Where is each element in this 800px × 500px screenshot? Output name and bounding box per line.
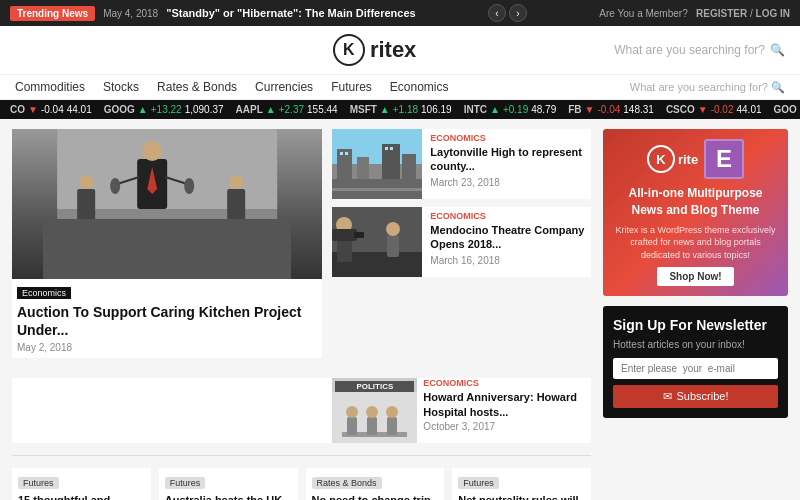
sidebar-ad: K rite E All-in-one Multipurpose News an… bbox=[603, 129, 788, 296]
small-card-0[interactable]: Futures 15 thoughtful and useful gifts f… bbox=[12, 468, 151, 500]
small-card-1[interactable]: Futures Australia beats the UK and US wi… bbox=[159, 468, 298, 500]
nav-stocks[interactable]: Stocks bbox=[103, 80, 139, 94]
sidebar: K rite E All-in-one Multipurpose News an… bbox=[603, 129, 788, 500]
ticker-goog: GOOG +13.22 1,090.37 bbox=[104, 104, 224, 115]
svg-rect-38 bbox=[367, 417, 377, 435]
top-bar-left: Trending News May 4, 2018 "Standby" or "… bbox=[10, 6, 416, 21]
svg-rect-25 bbox=[332, 188, 422, 191]
spacer bbox=[12, 378, 322, 443]
nav-futures[interactable]: Futures bbox=[331, 80, 372, 94]
politics-card-content: Economics Howard Anniversary: Howard Hos… bbox=[423, 378, 591, 443]
ticker-intc: INTC +0.19 48.79 bbox=[464, 104, 557, 115]
ticker-csco-arrow bbox=[698, 104, 708, 115]
next-btn[interactable]: › bbox=[509, 4, 527, 22]
trending-badge: Trending News bbox=[10, 6, 95, 21]
ticker-goo2: GOO bbox=[774, 104, 797, 115]
featured-main-image bbox=[12, 129, 322, 279]
top-bar: Trending News May 4, 2018 "Standby" or "… bbox=[0, 0, 800, 26]
small-card-2[interactable]: Rates & Bonds No need to change trip pla… bbox=[306, 468, 445, 500]
featured-card-2[interactable]: Economics Mendocino Theatre Company Open… bbox=[332, 207, 591, 277]
politics-card-tag: Economics bbox=[423, 378, 591, 388]
featured-card-1-image bbox=[332, 129, 422, 199]
search-icon[interactable]: 🔍 bbox=[770, 43, 785, 57]
featured-area: Economics Auction To Support Caring Kitc… bbox=[12, 129, 591, 358]
newsletter-btn-icon: ✉ bbox=[663, 390, 672, 403]
svg-rect-13 bbox=[57, 249, 277, 279]
top-bar-date: May 4, 2018 bbox=[103, 8, 158, 19]
logo-name: ritex bbox=[370, 37, 416, 63]
ticker-bar: CO -0.04 44.01 GOOG +13.22 1,090.37 AAPL… bbox=[0, 100, 800, 119]
ticker-msft: MSFT +1.18 106.19 bbox=[350, 104, 452, 115]
featured-main-article[interactable]: Economics Auction To Support Caring Kitc… bbox=[12, 129, 322, 358]
politics-banner: POLITICS bbox=[335, 381, 414, 392]
ad-logo-circle: K bbox=[647, 145, 675, 173]
small-card-3[interactable]: Futures Net neutrality rules will end Ju… bbox=[452, 468, 591, 500]
ticker-co-arrow bbox=[28, 104, 38, 115]
featured-main-title: Auction To Support Caring Kitchen Projec… bbox=[17, 303, 317, 339]
small-card-3-tag: Futures bbox=[458, 477, 499, 489]
header-search[interactable]: What are you searching for? 🔍 bbox=[614, 43, 785, 57]
svg-point-12 bbox=[229, 175, 243, 189]
ticker-co: CO -0.04 44.01 bbox=[10, 104, 92, 115]
ad-shop-button[interactable]: Shop Now! bbox=[657, 267, 733, 286]
svg-rect-21 bbox=[345, 152, 348, 155]
featured-main-date: May 2, 2018 bbox=[17, 342, 317, 353]
politics-card[interactable]: POLITICS bbox=[332, 378, 591, 443]
nav-search[interactable]: What are you searching for? 🔍 bbox=[630, 81, 785, 94]
nav-rates-bonds[interactable]: Rates & Bonds bbox=[157, 80, 237, 94]
svg-rect-32 bbox=[387, 235, 399, 257]
logo[interactable]: K ritex bbox=[333, 34, 416, 66]
politics-side: POLITICS bbox=[332, 378, 591, 443]
nav: Commodities Stocks Rates & Bonds Currenc… bbox=[0, 75, 800, 100]
svg-point-33 bbox=[386, 222, 400, 236]
featured-card-1-date: March 23, 2018 bbox=[430, 177, 587, 188]
politics-card-image: POLITICS bbox=[332, 378, 417, 443]
small-card-3-title: Net neutrality rules will end June 11 wi… bbox=[458, 493, 585, 500]
logo-circle: K bbox=[333, 34, 365, 66]
svg-rect-11 bbox=[227, 189, 245, 229]
svg-rect-23 bbox=[390, 147, 393, 150]
featured-right: Economics Laytonville High to represent … bbox=[332, 129, 591, 358]
small-card-1-tag: Futures bbox=[165, 477, 206, 489]
svg-rect-40 bbox=[387, 417, 397, 435]
ad-e-icon: E bbox=[704, 139, 744, 179]
featured-card-1[interactable]: Economics Laytonville High to represent … bbox=[332, 129, 591, 199]
svg-rect-22 bbox=[385, 147, 388, 150]
main-content: Economics Auction To Support Caring Kitc… bbox=[0, 119, 800, 500]
small-card-0-title: 15 thoughtful and useful gifts for the D… bbox=[18, 493, 145, 500]
featured-main-tag: Economics bbox=[17, 287, 71, 299]
newsletter-email-input[interactable] bbox=[613, 358, 778, 379]
svg-rect-31 bbox=[354, 232, 364, 238]
ad-title: All-in-one Multipurpose News and Blog Th… bbox=[613, 185, 778, 219]
small-cards-row: Futures 15 thoughtful and useful gifts f… bbox=[12, 468, 591, 500]
nav-search-label: What are you searching for? bbox=[630, 81, 768, 93]
ticker-intc-arrow bbox=[490, 104, 500, 115]
nav-currencies[interactable]: Currencies bbox=[255, 80, 313, 94]
prev-btn[interactable]: ‹ bbox=[488, 4, 506, 22]
small-card-2-title: No need to change trip plans for Hawaii … bbox=[312, 493, 439, 500]
content-column: Economics Auction To Support Caring Kitc… bbox=[12, 129, 591, 500]
politics-card-title: Howard Anniversary: Howard Hospital host… bbox=[423, 390, 591, 419]
ticker-aapl: AAPL +2.37 155.44 bbox=[236, 104, 338, 115]
featured-card-2-tag: Economics bbox=[430, 211, 587, 221]
newsletter-subscribe-button[interactable]: ✉ Subscribe! bbox=[613, 385, 778, 408]
svg-rect-20 bbox=[340, 152, 343, 155]
nav-commodities[interactable]: Commodities bbox=[15, 80, 85, 94]
svg-point-6 bbox=[110, 178, 120, 194]
small-card-2-tag: Rates & Bonds bbox=[312, 477, 382, 489]
register-link[interactable]: REGISTER bbox=[696, 8, 747, 19]
newsletter-subtitle: Hottest articles on your inbox! bbox=[613, 339, 778, 350]
featured-card-2-title: Mendocino Theatre Company Opens 2018... bbox=[430, 223, 587, 252]
svg-rect-30 bbox=[332, 229, 357, 241]
top-bar-right: Are You a Member? REGISTER / LOG IN bbox=[599, 8, 790, 19]
ticker-aapl-arrow bbox=[266, 104, 276, 115]
top-bar-headline[interactable]: "Standby" or "Hibernate": The Main Diffe… bbox=[166, 7, 415, 19]
small-card-0-tag: Futures bbox=[18, 477, 59, 489]
top-bar-nav-buttons: ‹ › bbox=[488, 4, 527, 22]
nav-search-icon[interactable]: 🔍 bbox=[771, 81, 785, 93]
login-link[interactable]: LOG IN bbox=[756, 8, 790, 19]
svg-point-37 bbox=[346, 406, 358, 418]
nav-economics[interactable]: Economics bbox=[390, 80, 449, 94]
ticker-goog-arrow bbox=[138, 104, 148, 115]
sidebar-newsletter: Sign Up For Newsletter Hottest articles … bbox=[603, 306, 788, 417]
